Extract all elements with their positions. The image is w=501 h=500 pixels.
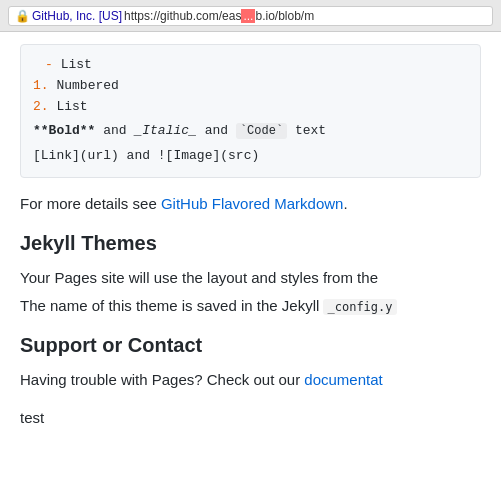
url-suffix: b.io/blob/m [255,9,314,23]
code-bold: **Bold** [33,123,95,138]
details-period: . [343,195,347,212]
jekyll-para2: The name of this theme is saved in the J… [20,294,481,318]
footer-test-text: test [20,406,481,430]
support-para: Having trouble with Pages? Check out our… [20,368,481,392]
url-middle: ... [241,9,255,23]
code-line-formatting: **Bold** and _Italic_ and `Code` text [33,121,468,142]
page-content: - List 1. Numbered 2. List **Bold** and … [0,32,501,500]
code-text-word: text [295,123,326,138]
config-code: _config.y [323,299,396,315]
documentation-link[interactable]: documentat [304,371,382,388]
support-heading: Support or Contact [20,332,481,358]
details-prefix: For more details see [20,195,161,212]
lock-icon: 🔒 [15,9,30,23]
code-and1: and [103,123,134,138]
url-text: https://github.com/eas...b.io/blob/m [124,9,314,23]
code-code-tick: `Code` [236,123,287,139]
code-line-list-dash: - List [33,55,468,76]
origin-text: GitHub, Inc. [US] [32,9,122,23]
code-line-numbered-2: 2. List [33,97,468,118]
code-numbered-1-text: Numbered [56,78,118,93]
jekyll-para1: Your Pages site will use the layout and … [20,266,481,290]
code-italic: _Italic_ [134,123,196,138]
url-bar[interactable]: 🔒 GitHub, Inc. [US] https://github.com/e… [8,6,493,26]
code-line-numbered-1: 1. Numbered [33,76,468,97]
markdown-code-block: - List 1. Numbered 2. List **Bold** and … [20,44,481,178]
github-flavored-markdown-link[interactable]: GitHub Flavored Markdown [161,195,344,212]
code-list-text: List [61,57,92,72]
code-numbered-2-text: List [56,99,87,114]
url-prefix: https://github.com/eas [124,9,241,23]
code-line-link-image: [Link](url) and ![Image](src) [33,146,468,167]
browser-toolbar: 🔒 GitHub, Inc. [US] https://github.com/e… [0,0,501,32]
details-paragraph: For more details see GitHub Flavored Mar… [20,192,481,216]
code-and2: and [205,123,236,138]
jekyll-heading: Jekyll Themes [20,230,481,256]
